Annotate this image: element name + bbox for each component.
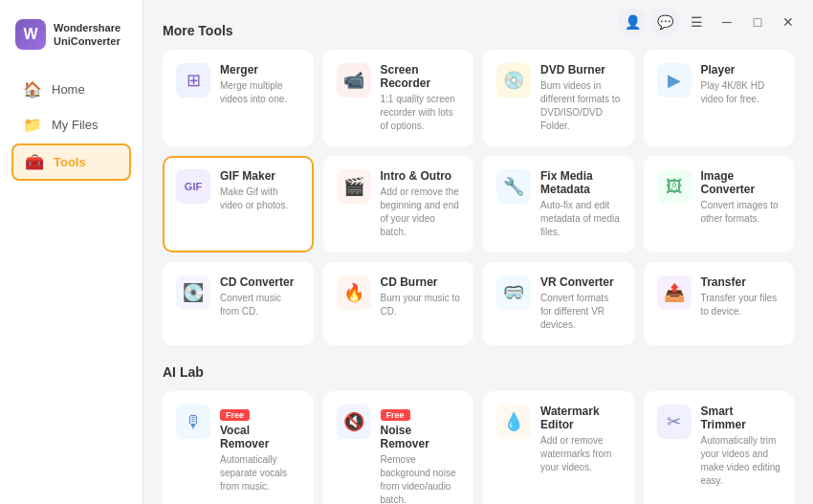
vocal-remover-icon: 🎙 <box>176 405 210 439</box>
gif-maker-name: GIF Maker <box>220 169 300 183</box>
watermark-editor-name: Watermark Editor <box>540 405 621 431</box>
titlebar: 👤 💬 ☰ ─ □ ✕ <box>606 0 813 44</box>
smart-trimmer-icon: ✂ <box>657 405 692 439</box>
dvd-burner-desc: Burn videos in different formats to DVD/… <box>540 79 621 133</box>
transfer-desc: Transfer your files to device. <box>701 292 781 318</box>
tool-merger[interactable]: ⊞ Merger Merge multiple videos into one. <box>163 50 314 146</box>
dvd-burner-icon: 💿 <box>496 63 531 98</box>
screen-recorder-icon: 📹 <box>337 63 371 98</box>
merger-name: Merger <box>220 63 300 77</box>
more-tools-section: More Tools ⊞ Merger Merge multiple video… <box>163 23 794 345</box>
minimize-button[interactable]: ─ <box>714 9 740 35</box>
vr-converter-desc: Convert formats for different VR devices… <box>540 292 621 332</box>
tool-dvd-burner[interactable]: 💿 DVD Burner Burn videos in different fo… <box>483 50 634 146</box>
cd-converter-icon: 💽 <box>176 275 210 310</box>
tool-gif-maker[interactable]: GIF GIF Maker Make Gif with video or pho… <box>163 156 314 252</box>
cd-burner-icon: 🔥 <box>337 275 371 310</box>
vr-converter-name: VR Converter <box>540 275 621 289</box>
noise-remover-name: Noise Remover <box>381 424 461 450</box>
image-converter-desc: Convert images to other formats. <box>701 199 781 226</box>
sidebar-item-tools-label: Tools <box>54 155 86 169</box>
sidebar-nav: 🏠 Home 📁 My Files 🧰 Tools <box>0 65 143 188</box>
sidebar-item-home[interactable]: 🏠 Home <box>11 73 131 106</box>
ai-lab-grid: 🎙 Free Vocal Remover Automatically separ… <box>163 391 794 504</box>
tools-icon: 🧰 <box>25 153 44 171</box>
tool-smart-trimmer[interactable]: ✂ Smart Trimmer Automatically trim your … <box>644 391 795 504</box>
main-content: 👤 💬 ☰ ─ □ ✕ More Tools ⊞ Merger Merge mu… <box>143 0 813 504</box>
sidebar-item-home-label: Home <box>52 82 85 97</box>
transfer-icon: 📤 <box>657 275 692 310</box>
transfer-name: Transfer <box>701 275 781 289</box>
app-logo: W Wondershare UniConverter <box>0 11 143 65</box>
fix-metadata-desc: Auto-fix and edit metadata of media file… <box>540 199 621 239</box>
maximize-button[interactable]: □ <box>744 9 771 35</box>
user-icon-button[interactable]: 👤 <box>618 8 647 36</box>
tool-cd-converter[interactable]: 💽 CD Converter Convert music from CD. <box>163 262 314 345</box>
fix-metadata-icon: 🔧 <box>496 169 531 204</box>
tool-watermark-editor[interactable]: 💧 Watermark Editor Add or remove waterma… <box>483 391 634 504</box>
vr-converter-icon: 🥽 <box>496 275 531 310</box>
intro-outro-icon: 🎬 <box>337 169 371 204</box>
watermark-editor-desc: Add or remove watermarks from your video… <box>540 434 621 474</box>
noise-remover-icon: 🔇 <box>337 405 371 439</box>
merger-desc: Merge multiple videos into one. <box>220 79 300 106</box>
player-desc: Play 4K/8K HD video for free. <box>701 79 781 106</box>
tool-vocal-remover[interactable]: 🎙 Free Vocal Remover Automatically separ… <box>163 391 314 504</box>
tool-noise-remover[interactable]: 🔇 Free Noise Remover Remove background n… <box>323 391 474 504</box>
tool-fix-metadata[interactable]: 🔧 Fix Media Metadata Auto-fix and edit m… <box>483 156 634 252</box>
files-icon: 📁 <box>23 116 42 134</box>
cd-burner-name: CD Burner <box>381 275 461 289</box>
tool-player[interactable]: ▶ Player Play 4K/8K HD video for free. <box>644 50 795 146</box>
intro-outro-desc: Add or remove the beginning and end of y… <box>381 186 461 239</box>
menu-button[interactable]: ☰ <box>683 9 710 35</box>
screen-recorder-desc: 1:1 quality screen recorder with lots of… <box>381 93 461 133</box>
logo-icon: W <box>15 19 46 50</box>
sidebar: W Wondershare UniConverter 🏠 Home 📁 My F… <box>0 0 143 504</box>
vocal-remover-badge: Free <box>220 409 250 421</box>
noise-remover-desc: Remove background noise from video/audio… <box>381 453 461 504</box>
sidebar-item-myfiles[interactable]: 📁 My Files <box>11 108 131 142</box>
ai-lab-section: AI Lab 🎙 Free Vocal Remover Automaticall… <box>163 364 794 504</box>
intro-outro-name: Intro & Outro <box>381 169 461 183</box>
fix-metadata-name: Fix Media Metadata <box>540 169 621 196</box>
tool-transfer[interactable]: 📤 Transfer Transfer your files to device… <box>644 262 795 345</box>
screen-recorder-name: Screen Recorder <box>381 63 461 90</box>
player-icon: ▶ <box>657 63 692 98</box>
tool-vr-converter[interactable]: 🥽 VR Converter Convert formats for diffe… <box>483 262 634 345</box>
logo-text: Wondershare UniConverter <box>54 21 121 49</box>
image-converter-icon: 🖼 <box>657 169 692 204</box>
vocal-remover-desc: Automatically separate vocals from music… <box>220 453 300 493</box>
player-name: Player <box>701 63 781 77</box>
sidebar-item-myfiles-label: My Files <box>52 118 98 132</box>
cd-converter-name: CD Converter <box>220 275 300 289</box>
image-converter-name: Image Converter <box>701 169 781 196</box>
gif-maker-desc: Make Gif with video or photos. <box>220 186 300 212</box>
vocal-remover-name: Vocal Remover <box>220 424 300 450</box>
sidebar-item-tools[interactable]: 🧰 Tools <box>11 143 131 181</box>
home-icon: 🏠 <box>23 80 42 99</box>
tool-cd-burner[interactable]: 🔥 CD Burner Burn your music to CD. <box>323 262 474 345</box>
more-tools-grid: ⊞ Merger Merge multiple videos into one.… <box>163 50 794 345</box>
watermark-editor-icon: 💧 <box>496 405 531 439</box>
dvd-burner-name: DVD Burner <box>540 63 621 77</box>
tool-screen-recorder[interactable]: 📹 Screen Recorder 1:1 quality screen rec… <box>323 50 474 146</box>
tool-image-converter[interactable]: 🖼 Image Converter Convert images to othe… <box>644 156 795 252</box>
noise-remover-badge: Free <box>381 409 410 421</box>
cd-converter-desc: Convert music from CD. <box>220 292 300 318</box>
ai-lab-title: AI Lab <box>163 364 794 380</box>
tool-intro-outro[interactable]: 🎬 Intro & Outro Add or remove the beginn… <box>323 156 474 252</box>
chat-icon-button[interactable]: 💬 <box>650 8 679 36</box>
smart-trimmer-desc: Automatically trim your videos and make … <box>701 434 781 488</box>
merger-icon: ⊞ <box>176 63 210 98</box>
gif-maker-icon: GIF <box>176 169 210 204</box>
close-button[interactable]: ✕ <box>775 9 802 35</box>
cd-burner-desc: Burn your music to CD. <box>381 292 461 318</box>
smart-trimmer-name: Smart Trimmer <box>701 405 781 431</box>
